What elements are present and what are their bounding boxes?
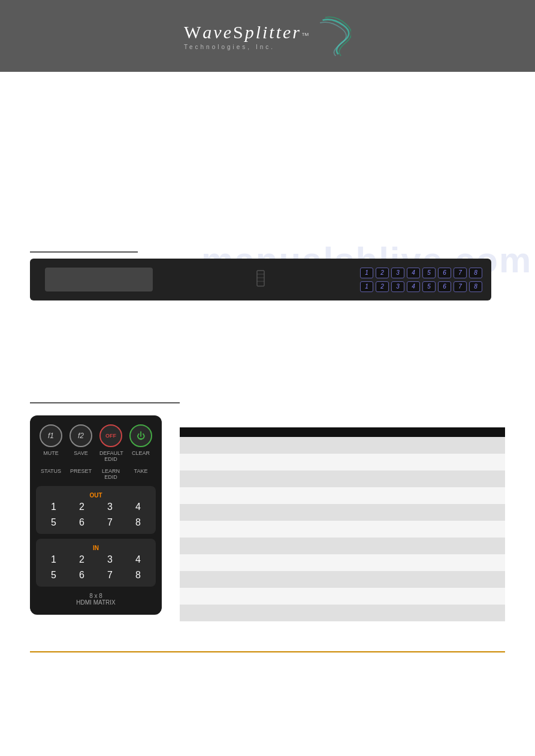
section-divider: [30, 251, 138, 253]
device-btn-in-3[interactable]: 3: [391, 281, 404, 292]
remote-footer: 8 x 8 HDMI MATRIX: [36, 593, 156, 606]
device-btn-in-1[interactable]: 1: [360, 281, 373, 292]
device-btn-in-7[interactable]: 7: [454, 281, 467, 292]
table-header: [180, 427, 505, 437]
in-key-4[interactable]: 4: [126, 554, 150, 565]
table-row-4: [180, 487, 505, 504]
remote-footer-line1: 8 x 8: [36, 593, 156, 599]
device-btn-out-7[interactable]: 7: [454, 268, 467, 278]
device-display: [45, 268, 153, 292]
in-key-1[interactable]: 1: [42, 554, 65, 565]
out-key-8[interactable]: 8: [126, 517, 150, 528]
bottom-btn-row: 1 2 3 4 5 6 7 8: [360, 281, 482, 292]
device-btn-in-5[interactable]: 5: [422, 281, 436, 292]
table-row-6: [180, 521, 505, 538]
table-row-8: [180, 554, 505, 571]
device-btn-in-6[interactable]: 6: [438, 281, 451, 292]
logo-tm: ™: [301, 31, 309, 40]
device-btn-out-2[interactable]: 2: [376, 268, 389, 278]
header: WaveSplitter ™ Technologies, Inc.: [0, 0, 535, 72]
in-key-3[interactable]: 3: [98, 554, 122, 565]
label-status: STATUS: [40, 468, 62, 480]
in-key-7[interactable]: 7: [98, 570, 122, 581]
device-front-panel: 1 2 3 4 5 6 7 8 1 2 3 4 5 6 7 8: [30, 259, 491, 300]
top-content-area: [30, 84, 505, 233]
bottom-section-wrapper: f1 f2 OFF ⏻ MUTE SAVE DEFAULT EDID CLEAR…: [30, 402, 505, 621]
remote-footer-line2: HDMI MATRIX: [36, 599, 156, 606]
device-btn-out-8[interactable]: 8: [469, 268, 482, 278]
device-center-icon: [255, 269, 267, 290]
out-key-2[interactable]: 2: [70, 502, 93, 512]
device-section: 1 2 3 4 5 6 7 8 1 2 3 4 5 6 7 8: [30, 251, 505, 300]
label-learn-edid: LEARN EDID: [99, 468, 122, 480]
out-key-6[interactable]: 6: [70, 517, 93, 528]
in-key-5[interactable]: 5: [42, 570, 65, 581]
table-row-3: [180, 470, 505, 487]
out-key-1[interactable]: 1: [42, 502, 65, 512]
out-key-7[interactable]: 7: [98, 517, 122, 528]
svg-rect-0: [257, 271, 264, 286]
out-key-5[interactable]: 5: [42, 517, 65, 528]
in-keypad: IN 1 2 3 4 5 6 7 8: [36, 539, 156, 587]
device-btn-out-4[interactable]: 4: [407, 268, 420, 278]
remote-section-divider: [30, 402, 180, 403]
label-mute: MUTE: [40, 450, 62, 462]
label-preset: PRESET: [69, 468, 92, 480]
table-row-7: [180, 538, 505, 554]
label-default-edid: DEFAULT EDID: [99, 450, 122, 462]
in-keypad-label: IN: [42, 545, 150, 551]
in-keypad-grid: 1 2 3 4 5 6 7 8: [42, 554, 150, 581]
logo-icon: [315, 15, 351, 57]
remote-top-labels: MUTE SAVE DEFAULT EDID CLEAR: [36, 450, 156, 462]
table-row-1: [180, 437, 505, 454]
remote-bottom-labels: STATUS PRESET LEARN EDID TAKE: [36, 468, 156, 480]
table-row-11: [180, 605, 505, 621]
logo: WaveSplitter ™ Technologies, Inc.: [184, 15, 351, 57]
label-take: TAKE: [129, 468, 152, 480]
table-row-2: [180, 454, 505, 470]
device-btn-out-1[interactable]: 1: [360, 268, 373, 278]
table-row-9: [180, 571, 505, 588]
remote-on-button[interactable]: ⏻: [129, 424, 152, 447]
info-table: [180, 427, 505, 621]
out-key-4[interactable]: 4: [126, 502, 150, 512]
remote-f1-button[interactable]: f1: [40, 424, 62, 447]
in-key-2[interactable]: 2: [70, 554, 93, 565]
top-btn-row: 1 2 3 4 5 6 7 8: [360, 268, 482, 278]
table-row-10: [180, 588, 505, 605]
device-number-buttons: 1 2 3 4 5 6 7 8 1 2 3 4 5 6 7 8: [360, 268, 482, 292]
out-keypad-label: OUT: [42, 492, 150, 499]
logo-subtitle: Technologies, Inc.: [184, 44, 309, 50]
remote-control: f1 f2 OFF ⏻ MUTE SAVE DEFAULT EDID CLEAR…: [30, 415, 162, 615]
main-content: 1 2 3 4 5 6 7 8 1 2 3 4 5 6 7 8: [0, 72, 535, 633]
bottom-divider: [30, 651, 505, 652]
out-keypad: OUT 1 2 3 4 5 6 7 8: [36, 486, 156, 534]
table-row-5: [180, 504, 505, 521]
remote-top-buttons: f1 f2 OFF ⏻: [36, 424, 156, 447]
device-btn-in-4[interactable]: 4: [407, 281, 420, 292]
device-btn-in-2[interactable]: 2: [376, 281, 389, 292]
label-clear: CLEAR: [129, 450, 152, 462]
spec-table: [180, 427, 505, 621]
device-btn-out-6[interactable]: 6: [438, 268, 451, 278]
mid-content-area: [30, 300, 505, 402]
device-btn-out-5[interactable]: 5: [422, 268, 436, 278]
out-key-3[interactable]: 3: [98, 502, 122, 512]
in-key-6[interactable]: 6: [70, 570, 93, 581]
device-btn-out-3[interactable]: 3: [391, 268, 404, 278]
in-key-8[interactable]: 8: [126, 570, 150, 581]
device-btn-in-8[interactable]: 8: [469, 281, 482, 292]
remote-f2-button[interactable]: f2: [69, 424, 92, 447]
label-save: SAVE: [69, 450, 92, 462]
out-keypad-grid: 1 2 3 4 5 6 7 8: [42, 502, 150, 528]
bottom-section: f1 f2 OFF ⏻ MUTE SAVE DEFAULT EDID CLEAR…: [30, 415, 505, 621]
remote-off-button[interactable]: OFF: [99, 424, 122, 447]
